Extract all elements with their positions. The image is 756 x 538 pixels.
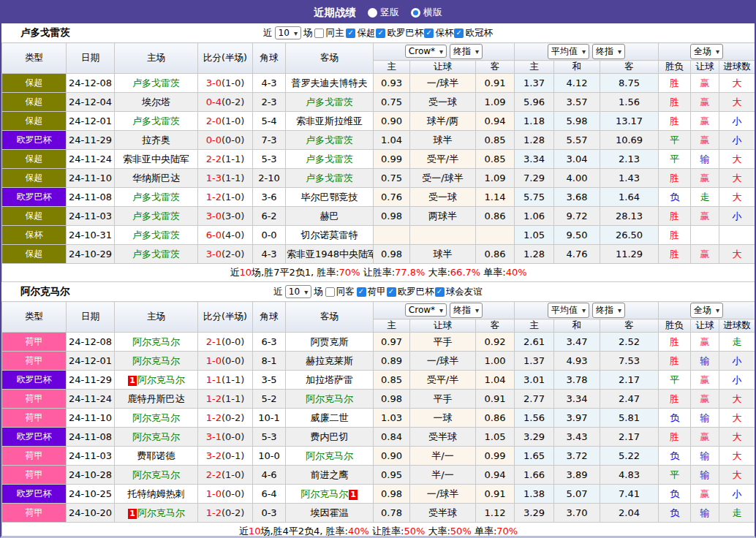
team-name[interactable]: 鹿特丹斯巴达 <box>128 393 185 404</box>
team-name[interactable]: 切尔诺莫雷特 <box>301 230 358 240</box>
match-count-select[interactable]: 10 <box>285 285 311 298</box>
team-name[interactable]: 卢多戈雷茨 <box>132 211 180 221</box>
team-name[interactable]: 赫巴 <box>320 211 339 221</box>
checkbox-icon[interactable] <box>387 287 396 297</box>
match-count-select[interactable]: 10 <box>275 26 301 39</box>
team-name[interactable]: 毕尔巴鄂竞技 <box>301 192 358 202</box>
goals-result: 大 <box>719 188 755 207</box>
league-filter[interactable]: 保杯 <box>424 27 453 39</box>
final-odds-select-2[interactable]: 终指 <box>592 44 625 59</box>
average-select[interactable]: 平均值 <box>548 303 589 318</box>
checkbox-icon[interactable] <box>325 287 335 297</box>
crow-home-odds: 0.99 <box>374 150 410 169</box>
radio-selected-icon[interactable] <box>411 8 420 18</box>
league-filter[interactable]: 欧冠杯 <box>454 27 493 39</box>
match-date: 24-10-20 <box>67 504 115 523</box>
team-name[interactable]: 埃尔塔 <box>142 96 170 107</box>
crow-away-odds: 0.85 <box>476 150 515 169</box>
league-filter[interactable]: 荷甲 <box>357 286 386 298</box>
team-name[interactable]: 阿尔克马尔 <box>132 336 180 347</box>
crow-handicap-line: 受半球 <box>410 428 476 447</box>
table-row: 保杯 24-10-31 卢多戈雷茨 6-0(4-0) 0-0 切尔诺莫雷特 1.… <box>2 226 755 245</box>
team-name[interactable]: 阿贾克斯 <box>311 336 349 347</box>
league-filter[interactable]: 欧罗巴杯 <box>376 27 423 39</box>
team-name[interactable]: 埃因霍温 <box>311 507 349 518</box>
team-name[interactable]: 卢多戈雷茨 <box>306 96 353 107</box>
team-name[interactable]: 托特纳姆热刺 <box>128 488 185 499</box>
avg-away-odds: 7.41 <box>600 485 659 504</box>
team-name[interactable]: 阿尔克马尔 <box>132 412 180 423</box>
team-name[interactable]: 加拉塔萨雷 <box>306 374 353 385</box>
col-score: 比分(半场) <box>198 43 253 74</box>
avg-away-odds: 2.17 <box>600 428 659 447</box>
team-name[interactable]: 华纳斯巴达 <box>132 173 180 183</box>
checkbox-icon[interactable] <box>314 29 324 38</box>
team-name[interactable]: 卢多戈雷茨 <box>132 249 180 259</box>
checkbox-icon[interactable] <box>357 287 366 297</box>
checkbox-icon[interactable] <box>346 29 355 38</box>
crow-handicap-line: 球半 <box>410 245 476 264</box>
team-name[interactable]: 阿尔克马尔 <box>132 469 180 480</box>
team-name[interactable]: 索非亚1948中央陆军 <box>287 249 374 259</box>
home-team-cell: 阿尔克马尔 <box>115 409 198 428</box>
team-name[interactable]: 阿尔克马尔 <box>137 507 185 518</box>
team-name[interactable]: 费耶诺德 <box>137 450 175 461</box>
team-name[interactable]: 赫拉克莱斯 <box>306 355 353 366</box>
team-name[interactable]: 卢多戈雷茨 <box>306 154 353 164</box>
team-name[interactable]: 卢多戈雷茨 <box>132 77 180 88</box>
goals-result: 走 <box>719 333 755 352</box>
table-row: 荷甲 24-10-20 1阿尔克马尔 1-2(0-2) 0-3 埃因霍温 0.7… <box>2 504 755 523</box>
team-name[interactable]: 索非亚中央陆军 <box>123 154 189 164</box>
home-team-cell: 华纳斯巴达 <box>115 169 198 188</box>
team-name[interactable]: 拉齐奥 <box>142 134 170 145</box>
checkbox-icon[interactable] <box>376 29 385 38</box>
league-filter[interactable]: 球会友谊 <box>435 286 483 298</box>
final-odds-select-2[interactable]: 终指 <box>592 303 625 318</box>
crow-home-odds: 0.95 <box>374 466 410 485</box>
team-name[interactable]: 阿尔克马尔 <box>300 488 348 499</box>
league-filter[interactable]: 欧罗巴杯 <box>387 286 434 298</box>
team-name[interactable]: 普罗夫迪夫博特夫 <box>292 77 368 88</box>
average-select[interactable]: 平均值 <box>548 44 589 59</box>
team-name[interactable]: 阿尔克马尔 <box>137 374 185 385</box>
team-name[interactable]: 前进之鹰 <box>311 469 349 480</box>
summary-text: 66.7% <box>450 267 480 278</box>
fulltime-select[interactable]: 全场 <box>690 303 723 318</box>
final-odds-select[interactable]: 终指 <box>450 303 483 318</box>
layout-radio-horizontal[interactable]: 横版 <box>411 6 442 19</box>
team-name[interactable]: 卢多戈雷茨 <box>306 134 353 145</box>
outcome-result: 平 <box>659 131 691 150</box>
team-name[interactable]: 卢多戈雷茨 <box>132 115 180 126</box>
team-name[interactable]: 卢多戈雷茨 <box>132 192 180 202</box>
checkbox-icon[interactable] <box>435 287 445 297</box>
layout-radio-vertical[interactable]: 竖版 <box>368 6 399 19</box>
same-venue-filter[interactable]: 同主 <box>314 27 344 39</box>
avg-draw-odds: 9.72 <box>554 207 600 226</box>
team-name[interactable]: 阿尔克马尔 <box>132 431 180 442</box>
team-name[interactable]: 阿尔克马尔 <box>306 393 353 404</box>
corner-cell: 5-3 <box>253 150 286 169</box>
away-team-cell: 费内巴切 <box>286 428 374 447</box>
goals-result: 大 <box>719 466 755 485</box>
league-filter[interactable]: 保超 <box>346 27 375 39</box>
team-name[interactable]: 卢多戈雷茨 <box>132 230 180 240</box>
final-odds-select[interactable]: 终指 <box>450 44 483 59</box>
same-venue-filter[interactable]: 同客 <box>325 286 355 298</box>
bookmaker-select[interactable]: Crow* <box>405 45 447 58</box>
league-filter-label: 荷甲 <box>368 286 386 298</box>
fulltime-select[interactable]: 全场 <box>690 44 723 59</box>
team-name[interactable]: 威廉二世 <box>311 412 349 423</box>
average-odds-group: 平均值 终指 <box>515 43 659 61</box>
radio-icon[interactable] <box>368 8 377 18</box>
crow-handicap-line: 半/一 <box>410 466 476 485</box>
away-team-cell: 卢多戈雷茨 <box>286 131 374 150</box>
bookmaker-select[interactable]: Crow* <box>405 303 447 317</box>
team-name[interactable]: 费内巴切 <box>311 431 349 442</box>
checkbox-icon[interactable] <box>454 29 464 38</box>
team-name[interactable]: 阿尔克马尔 <box>132 355 180 366</box>
team-name[interactable]: 卢多戈雷茨 <box>306 173 353 183</box>
checkbox-icon[interactable] <box>424 29 434 38</box>
league-filter-label: 保杯 <box>435 27 453 39</box>
team-name[interactable]: 阿尔克马尔 <box>306 450 353 461</box>
team-name[interactable]: 索非亚斯拉维亚 <box>296 115 363 126</box>
